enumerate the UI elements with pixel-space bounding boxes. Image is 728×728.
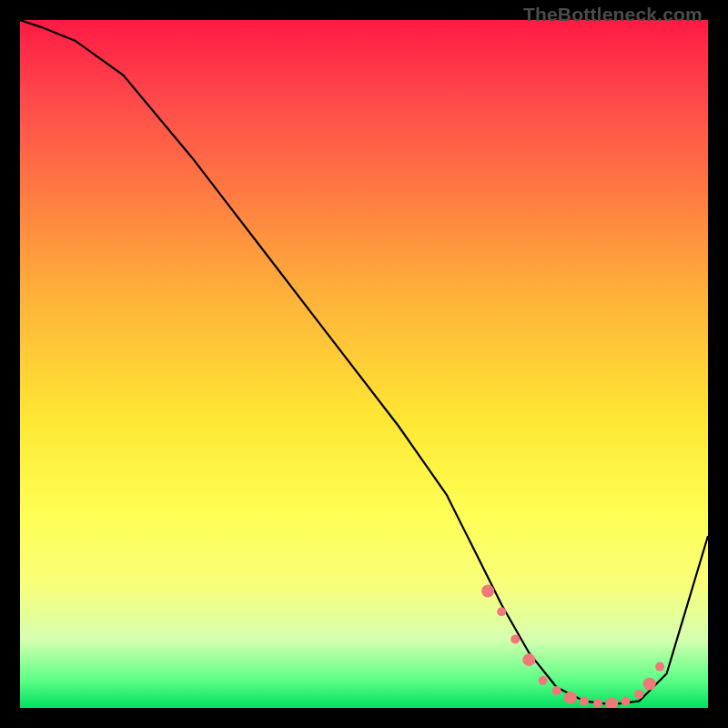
- highlight-dot: [481, 585, 494, 598]
- highlight-dot: [511, 634, 520, 643]
- highlight-dot: [593, 699, 602, 708]
- plot-area: [20, 20, 708, 708]
- highlight-dot: [539, 676, 548, 685]
- highlight-markers: [481, 585, 664, 709]
- highlight-dot: [605, 698, 618, 709]
- highlight-dot: [655, 662, 664, 672]
- highlight-dot: [497, 607, 506, 616]
- watermark-text: TheBottleneck.com: [523, 4, 703, 25]
- highlight-dot: [522, 653, 535, 666]
- highlight-dot: [643, 678, 656, 691]
- highlight-dot: [552, 686, 561, 695]
- highlight-dot: [621, 696, 630, 705]
- bottleneck-curve: [20, 20, 708, 704]
- highlight-dot: [634, 690, 643, 699]
- highlight-dot: [580, 696, 589, 705]
- curve-layer: [20, 20, 708, 708]
- chart-frame: TheBottleneck.com: [0, 0, 728, 728]
- highlight-dot: [564, 692, 577, 704]
